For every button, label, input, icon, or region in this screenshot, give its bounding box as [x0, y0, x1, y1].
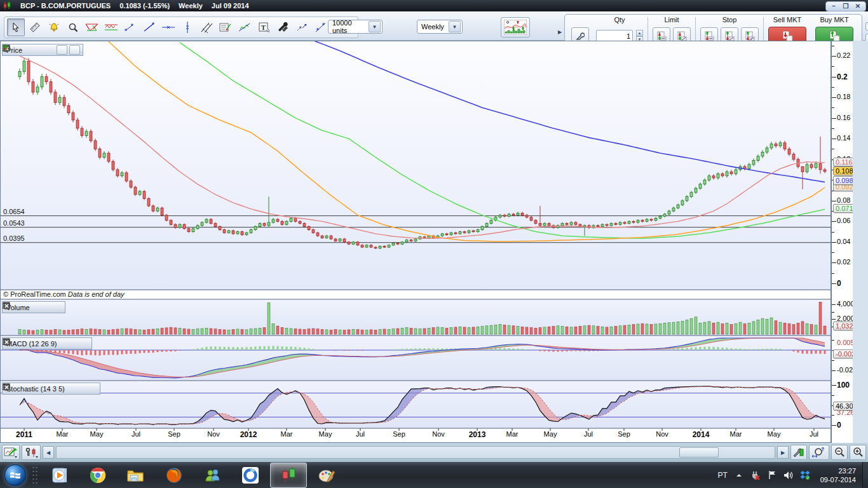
qty-label: Qty — [614, 16, 625, 25]
x-axis-label: Sep — [618, 430, 630, 438]
price-axis-label: 0.18 — [837, 93, 850, 100]
pattern-triangle-button[interactable] — [83, 18, 101, 36]
zoom-out-button[interactable] — [831, 445, 848, 460]
units-dropdown-arrow: ▼ — [369, 21, 381, 32]
order-display-button[interactable] — [22, 445, 41, 460]
taskbar-chrome[interactable] — [79, 463, 116, 488]
chart-area[interactable]: Price © ProRealTime.com Data is end of d… — [0, 41, 831, 443]
scrollbar-thumb[interactable] — [679, 447, 719, 458]
title-price: 0.1083 (-1.55%) — [119, 2, 170, 10]
zoom-range-button[interactable] — [809, 445, 829, 460]
tray-clock[interactable]: 23:27 09-07-2014 — [817, 466, 860, 484]
x-axis-label: May — [319, 430, 332, 438]
point-line-button[interactable] — [121, 18, 139, 36]
x-axis-label: Nov — [207, 430, 220, 438]
volume-speaker-icon[interactable] — [783, 470, 794, 480]
timeframe-dropdown-arrow: ▼ — [449, 21, 461, 32]
x-axis-label: Jul — [356, 430, 365, 438]
price-axis-label: 0.2 — [837, 72, 848, 81]
zoom-in-button[interactable] — [850, 445, 866, 460]
volume-window-icon[interactable] — [43, 303, 51, 311]
action-center-flag-icon[interactable] — [767, 470, 777, 480]
zigzag-line-button[interactable] — [236, 18, 254, 36]
horizontal-line-button[interactable] — [159, 18, 177, 36]
volume-close-icon[interactable] — [53, 303, 62, 311]
macd-axis-label: -0.02 — [837, 366, 853, 374]
units-dropdown[interactable]: 10000 units ▼ — [328, 20, 383, 34]
stoch-settings-icon[interactable] — [67, 384, 76, 393]
price-axis-label: 0.14 — [837, 134, 850, 142]
trendline-button[interactable] — [140, 18, 158, 36]
units-dropdown-value: 10000 units — [329, 19, 369, 34]
analysis-list-button[interactable] — [217, 18, 234, 36]
taskbar-explorer[interactable] — [118, 463, 154, 488]
taskbar-messenger[interactable] — [194, 463, 231, 488]
price-axis-label: 0.02 — [837, 258, 850, 266]
restore-button[interactable]: ❐ — [841, 3, 851, 10]
taskbar-prorealtime[interactable] — [270, 463, 307, 488]
chart-export-button[interactable] — [2, 445, 20, 460]
power-plug-icon[interactable] — [750, 470, 761, 480]
price-close-icon[interactable] — [46, 46, 55, 54]
zoom-tool-button[interactable] — [64, 18, 82, 36]
price-axis-label: 0.08 — [837, 196, 850, 204]
show-desktop-button[interactable] — [862, 462, 868, 488]
volume-settings-icon[interactable] — [32, 303, 41, 311]
x-axis-label: Mar — [57, 430, 69, 438]
price-settings-icon[interactable] — [24, 46, 33, 54]
vertical-line-button[interactable] — [179, 18, 196, 36]
horizontal-scrollbar[interactable] — [56, 446, 775, 459]
x-axis-label: Nov — [656, 430, 668, 438]
price-axis-label: 0.16 — [837, 114, 850, 121]
window-controls: – ❐ ✕ — [825, 1, 866, 11]
scroll-left-button[interactable]: ◀ — [43, 446, 54, 459]
tools-settings-button[interactable] — [274, 18, 292, 36]
close-button[interactable]: ✕ — [853, 3, 863, 10]
text-tool-button[interactable]: T — [255, 18, 273, 36]
x-axis-label: 2012 — [240, 430, 257, 439]
x-axis-label: Mar — [730, 430, 742, 438]
taskbar-paint[interactable] — [308, 463, 345, 488]
main-toolbar: T 10000 units ▼ Weekly ▼ ▶ — [0, 11, 868, 41]
scroll-right-button[interactable]: ▶ — [777, 446, 789, 459]
pattern-channel-button[interactable] — [102, 18, 120, 36]
ruler-tool-button[interactable] — [26, 18, 44, 36]
price-buy-arrow-icon[interactable] — [69, 45, 80, 55]
language-indicator[interactable]: PT — [717, 471, 727, 480]
price-window-icon[interactable] — [35, 46, 44, 54]
start-button[interactable] — [1, 463, 29, 487]
x-axis-label: 2014 — [693, 430, 710, 439]
taskbar-media-player[interactable] — [41, 463, 78, 488]
title-timeframe: Weekly — [179, 2, 203, 10]
x-axis-label: May — [768, 430, 781, 438]
cursor-tool-button[interactable] — [7, 18, 25, 36]
alert-bell-button[interactable] — [45, 18, 63, 36]
minimize-button[interactable]: – — [829, 3, 839, 10]
stop-label: Stop — [722, 16, 737, 25]
x-axis-label: 2013 — [469, 430, 486, 439]
price-sell-arrow-icon[interactable] — [57, 45, 67, 55]
macd-settings-icon[interactable] — [58, 339, 67, 348]
parallel-lines-button[interactable] — [198, 18, 215, 36]
chart-style-button[interactable] — [501, 17, 530, 37]
fibonacci-line-button[interactable] — [312, 18, 330, 36]
dropbox-icon[interactable] — [800, 470, 810, 480]
title-date: Jul 09 2014 — [212, 2, 249, 10]
x-axis-label: Mar — [506, 430, 519, 438]
blue-arrows-button[interactable] — [293, 18, 311, 36]
chart-settings-button[interactable] — [790, 445, 807, 460]
price-axis-label: 0.04 — [837, 238, 850, 245]
stop-loss-checkbox[interactable] — [865, 22, 868, 30]
windows-taskbar: PT 23:27 09-07-2014 — [0, 462, 868, 488]
macd-window-icon[interactable] — [69, 339, 78, 348]
taskbar-blue-ring-app[interactable] — [232, 463, 269, 488]
taskbar-separator — [32, 466, 38, 485]
stoch-close-icon[interactable] — [88, 384, 97, 393]
macd-close-icon[interactable] — [80, 339, 89, 348]
volume-panel-header: Volume — [2, 301, 65, 313]
tray-expand-icon[interactable] — [734, 470, 744, 480]
timeframe-dropdown[interactable]: Weekly ▼ — [417, 20, 463, 34]
price-axis-label: 0.06 — [837, 217, 850, 224]
taskbar-firefox[interactable] — [156, 463, 193, 488]
stoch-window-icon[interactable] — [78, 384, 86, 393]
